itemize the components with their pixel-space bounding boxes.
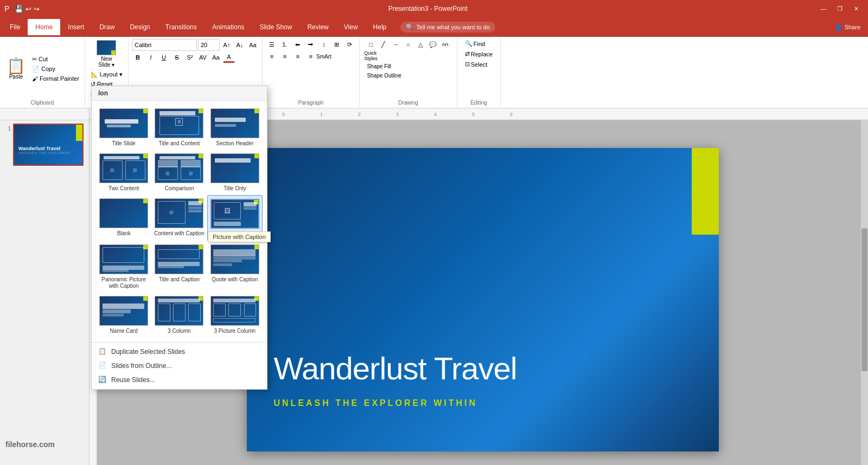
- convert-smartart-button[interactable]: SmArt: [318, 51, 330, 62]
- close-button[interactable]: ✕: [848, 1, 864, 16]
- layout-name-card[interactable]: Name Card: [96, 293, 151, 338]
- font-size-decrease[interactable]: A↓: [234, 40, 246, 50]
- copy-button[interactable]: 📄 Copy: [30, 64, 81, 74]
- layout-title-slide[interactable]: Title Slide: [96, 105, 151, 150]
- layout-dropdown-header: lon: [92, 86, 267, 101]
- layout-title-only[interactable]: Title Only: [207, 150, 263, 195]
- tab-transitions[interactable]: Transitions: [158, 19, 205, 35]
- redo-icon[interactable]: ↪: [34, 5, 40, 13]
- minimize-button[interactable]: —: [816, 1, 831, 16]
- duplicate-icon: 📋: [98, 347, 107, 356]
- decrease-indent-button[interactable]: ⬅: [292, 39, 304, 50]
- layout-label-3-column: 3 Column: [168, 328, 191, 334]
- layout-label-section-header: Section Header: [216, 140, 253, 147]
- shape-callout[interactable]: 💬: [427, 39, 439, 50]
- align-right-button[interactable]: ≡: [292, 51, 304, 62]
- justify-button[interactable]: ≡: [305, 51, 317, 62]
- tab-file[interactable]: File: [2, 19, 28, 35]
- font-color-button[interactable]: A: [223, 52, 235, 63]
- shape-triangle[interactable]: △: [414, 39, 426, 50]
- layout-content-caption[interactable]: ⊞ Content with Caption: [151, 195, 207, 241]
- shape-outline-button[interactable]: Shape Outline: [365, 72, 403, 80]
- slide-preview[interactable]: Wanderlust Travel UNLEASH THE EXPLORER: [13, 124, 84, 166]
- shape-rect[interactable]: □: [365, 39, 376, 50]
- strikethrough-button[interactable]: S: [171, 52, 183, 63]
- select-button[interactable]: ⊡ Select: [463, 60, 490, 69]
- layout-label-quote-caption: Quote with Caption: [212, 276, 258, 283]
- text-direction-button[interactable]: ⟳: [344, 39, 356, 50]
- clear-format-button[interactable]: Aa: [247, 40, 259, 50]
- slide-main-title[interactable]: Wanderlust Travel: [274, 350, 517, 386]
- tab-home[interactable]: Home: [28, 19, 60, 35]
- save-icon[interactable]: 💾: [15, 5, 23, 13]
- format-painter-button[interactable]: 🖌 Format Painter: [30, 74, 81, 83]
- layout-label-title-only: Title Only: [224, 185, 246, 192]
- numbering-button[interactable]: 1.: [279, 39, 291, 50]
- tab-review[interactable]: Review: [299, 19, 336, 35]
- find-button[interactable]: 🔍 Find: [463, 39, 487, 48]
- bullets-button[interactable]: ☰: [266, 39, 278, 50]
- shape-oval[interactable]: ○: [402, 39, 414, 50]
- paragraph-group: ☰ 1. ⬅ ⮕ ↕ ⊞ ⟳ ≡ ≡ ≡ ≡ SmArt Paragraph: [263, 38, 360, 107]
- italic-button[interactable]: I: [145, 52, 157, 63]
- layout-title-caption[interactable]: Title and Caption: [151, 241, 207, 293]
- svg-text:1: 1: [320, 112, 323, 117]
- layout-comparison[interactable]: ⊞ ⊞ Comparison: [151, 150, 207, 195]
- tab-help[interactable]: Help: [366, 19, 394, 35]
- shape-fill-button[interactable]: Shape Fill: [365, 62, 393, 70]
- change-case-button[interactable]: Aa: [210, 52, 222, 63]
- increase-indent-button[interactable]: ⮕: [305, 39, 317, 50]
- font-size-increase[interactable]: A↑: [221, 40, 233, 50]
- slide-subtitle[interactable]: UNLEASH THE EXPLORER WITHIN: [274, 398, 478, 408]
- slides-from-outline-button[interactable]: 📄 Slides from Outline...: [92, 359, 267, 373]
- underline-button[interactable]: U: [158, 52, 170, 63]
- font-name-input[interactable]: [132, 39, 197, 51]
- text-shadow-button[interactable]: S²: [184, 52, 196, 63]
- slide-canvas[interactable]: Wanderlust Travel UNLEASH THE EXPLORER W…: [247, 148, 719, 451]
- tell-me-input[interactable]: 🔍 Tell me what you want to do: [400, 22, 495, 33]
- vertical-scrollbar[interactable]: [860, 120, 868, 465]
- align-center-button[interactable]: ≡: [279, 51, 291, 62]
- quick-styles-button[interactable]: Quick Styles: [365, 50, 376, 61]
- tab-view[interactable]: View: [336, 19, 366, 35]
- slide-thumbnail-1[interactable]: 1 Wanderlust Travel UNLEASH THE EXPLORER: [2, 124, 87, 166]
- tab-slideshow[interactable]: Slide Show: [252, 19, 299, 35]
- restore-button[interactable]: ❐: [832, 1, 847, 16]
- layout-thumb-blank: [99, 198, 148, 228]
- layout-button[interactable]: 📐 Layout ▾: [88, 70, 125, 79]
- layout-label-content-caption: Content with Caption: [154, 230, 205, 237]
- scrollbar-thumb[interactable]: [861, 228, 867, 372]
- new-slide-button[interactable]: New Slide ▾: [94, 39, 118, 69]
- layout-3-column[interactable]: 3 Column: [151, 293, 207, 338]
- tab-insert[interactable]: Insert: [60, 19, 92, 35]
- paste-button[interactable]: 📋 Paste: [3, 57, 29, 81]
- cut-button[interactable]: ✂ Cut: [30, 55, 81, 64]
- align-left-button[interactable]: ≡: [266, 51, 278, 62]
- share-button[interactable]: 👤Share: [829, 22, 866, 33]
- duplicate-slides-button[interactable]: 📋 Duplicate Selected Slides: [92, 345, 267, 359]
- ruler-corner: [0, 108, 90, 120]
- char-spacing-button[interactable]: AV: [197, 52, 209, 63]
- font-size-input[interactable]: [198, 39, 220, 51]
- layout-panoramic[interactable]: Panoramic Picture with Caption: [96, 241, 151, 293]
- clipboard-group: 📋 Paste ✂ Cut 📄 Copy 🖌 Format Painter Cl…: [0, 38, 85, 107]
- tab-draw[interactable]: Draw: [92, 19, 122, 35]
- undo-icon[interactable]: ↩: [25, 5, 31, 13]
- layout-section-header[interactable]: Section Header: [207, 105, 263, 150]
- shape-line[interactable]: ╱: [377, 39, 389, 50]
- reuse-slides-button[interactable]: 🔄 Reuse Slides...: [92, 373, 267, 387]
- bold-button[interactable]: B: [132, 52, 144, 63]
- tab-animations[interactable]: Animations: [205, 19, 252, 35]
- layout-title-content[interactable]: ⊞ Title and Content: [151, 105, 207, 150]
- layout-picture-caption[interactable]: 🖼 Picture with Caption: [207, 195, 263, 241]
- layout-blank[interactable]: Blank: [96, 195, 151, 241]
- replace-button[interactable]: ⇄ Replace: [463, 49, 495, 59]
- layout-quote-caption[interactable]: Quote with Caption: [207, 241, 263, 293]
- tab-design[interactable]: Design: [122, 19, 157, 35]
- arrange-button[interactable]: Arr.: [439, 39, 451, 50]
- layout-3-picture-column[interactable]: 3 Picture Column: [207, 293, 263, 338]
- shape-arrow[interactable]: →: [390, 39, 401, 50]
- line-spacing-button[interactable]: ↕: [318, 39, 330, 50]
- columns-button[interactable]: ⊞: [331, 39, 343, 50]
- layout-two-content[interactable]: ⊞ ⊞ Two Content: [96, 150, 151, 195]
